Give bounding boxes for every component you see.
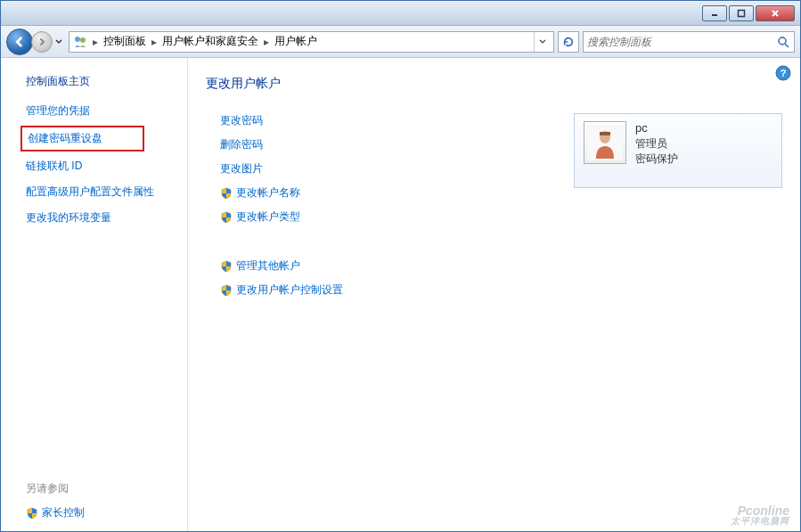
user-name: pc: [635, 121, 678, 135]
address-bar: ▸ 控制面板 ▸ 用户帐户和家庭安全 ▸ 用户帐户: [1, 26, 800, 58]
shield-icon: [26, 507, 38, 520]
user-avatar: [584, 121, 626, 164]
task-label: 更改帐户类型: [236, 209, 300, 225]
close-button[interactable]: [756, 5, 795, 21]
task-label: 更改帐户名称: [236, 185, 300, 201]
user-password-status: 密码保护: [635, 151, 678, 167]
breadcrumb-item[interactable]: 用户帐户和家庭安全: [160, 32, 260, 51]
refresh-button[interactable]: [558, 31, 579, 53]
sidebar-link-password-reset-disk[interactable]: 创建密码重设盘: [28, 131, 141, 146]
watermark-line2: 太平洋电脑网: [731, 517, 789, 526]
user-accounts-icon: [73, 35, 87, 49]
shield-icon: [220, 211, 233, 224]
chevron-right-icon: ▸: [148, 36, 160, 48]
see-also-label: 家长控制: [42, 505, 85, 520]
breadcrumb-item[interactable]: 用户帐户: [273, 32, 319, 51]
search-box[interactable]: [583, 31, 795, 53]
search-input[interactable]: [587, 36, 776, 48]
task-change-password[interactable]: 更改密码: [220, 113, 343, 128]
chevron-right-icon: ▸: [260, 36, 273, 48]
task-change-account-type[interactable]: 更改帐户类型: [220, 209, 343, 225]
highlight-box: 创建密码重设盘: [20, 126, 144, 151]
shield-icon: [220, 187, 233, 200]
task-label: 更改用户帐户控制设置: [236, 282, 343, 298]
sidebar: 控制面板主页 管理您的凭据 创建密码重设盘 链接联机 ID 配置高级用户配置文件…: [1, 58, 188, 531]
watermark: Pconline 太平洋电脑网: [731, 504, 789, 526]
breadcrumb-bar[interactable]: ▸ 控制面板 ▸ 用户帐户和家庭安全 ▸ 用户帐户: [69, 31, 554, 53]
sidebar-link-advanced-profile[interactable]: 配置高级用户配置文件属性: [26, 184, 184, 200]
help-icon[interactable]: ?: [775, 65, 791, 81]
history-dropdown[interactable]: [53, 33, 65, 51]
forward-button: [31, 31, 53, 53]
svg-point-5: [80, 37, 86, 43]
nav-buttons: [6, 29, 65, 55]
svg-rect-12: [600, 132, 610, 135]
task-manage-other-accounts[interactable]: 管理其他帐户: [220, 258, 343, 274]
task-uac-settings[interactable]: 更改用户帐户控制设置: [220, 282, 343, 298]
window-titlebar: [1, 1, 800, 26]
breadcrumb-dropdown[interactable]: [534, 32, 550, 52]
watermark-line1: Pconline: [731, 504, 789, 517]
svg-rect-1: [739, 10, 745, 16]
user-role: 管理员: [635, 136, 678, 151]
user-info: pc 管理员 密码保护: [635, 121, 678, 167]
sidebar-link-credentials[interactable]: 管理您的凭据: [26, 103, 184, 119]
shield-icon: [220, 260, 233, 273]
task-label: 管理其他帐户: [236, 258, 300, 274]
shield-icon: [220, 284, 233, 297]
maximize-button[interactable]: [729, 5, 754, 21]
chevron-right-icon: ▸: [89, 36, 102, 48]
svg-point-6: [779, 37, 786, 45]
minimize-button[interactable]: [702, 5, 727, 21]
svg-text:?: ?: [781, 68, 787, 78]
breadcrumb-item[interactable]: 控制面板: [102, 32, 148, 51]
sidebar-link-online-id[interactable]: 链接联机 ID: [26, 159, 184, 174]
control-panel-home-link[interactable]: 控制面板主页: [26, 74, 184, 89]
task-change-picture[interactable]: 更改图片: [220, 161, 343, 176]
task-remove-password[interactable]: 删除密码: [220, 137, 343, 152]
task-change-account-name[interactable]: 更改帐户名称: [220, 185, 343, 201]
content-area: ? 更改用户帐户 更改密码 删除密码 更改图片 更改帐户名称 更改帐户类型: [188, 58, 800, 531]
page-title: 更改用户帐户: [206, 76, 782, 92]
svg-line-7: [785, 44, 789, 47]
task-list: 更改密码 删除密码 更改图片 更改帐户名称 更改帐户类型 管理其他帐户: [206, 113, 343, 298]
sidebar-link-parental-controls[interactable]: 家长控制: [26, 505, 184, 520]
see-also-header: 另请参阅: [26, 481, 184, 496]
user-card[interactable]: pc 管理员 密码保护: [574, 113, 782, 188]
sidebar-link-env-vars[interactable]: 更改我的环境变量: [26, 210, 184, 225]
back-button[interactable]: [6, 29, 33, 55]
svg-point-4: [75, 37, 80, 42]
search-icon[interactable]: [776, 35, 790, 49]
